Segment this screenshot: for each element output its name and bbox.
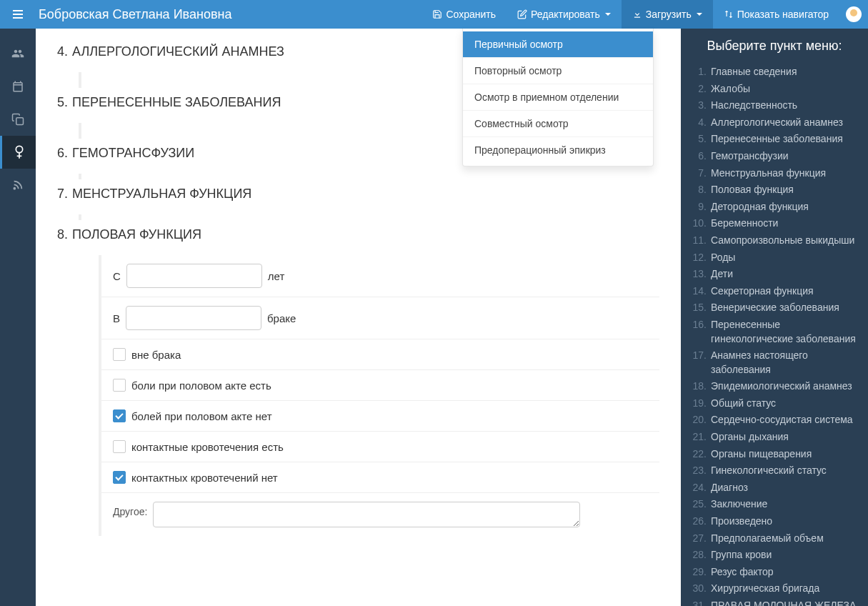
sidebar-gynecology[interactable]	[0, 136, 36, 169]
dropdown-item[interactable]: Предоперационный эпикриз	[463, 137, 653, 163]
calendar-icon	[11, 80, 24, 93]
svg-rect-0	[16, 118, 24, 125]
navigator-item[interactable]: Беременности	[689, 215, 859, 232]
checkbox-pain-no[interactable]	[113, 409, 126, 422]
navigator-item[interactable]: Гинекологический статус	[689, 462, 859, 480]
dropdown-item[interactable]: Первичный осмотр	[463, 31, 653, 58]
menu-toggle[interactable]	[0, 0, 36, 29]
svg-point-4	[14, 188, 15, 189]
section-content-placeholder	[79, 123, 81, 139]
navigator-item[interactable]: Жалобы	[689, 81, 859, 98]
navigator-item[interactable]: Гемотрансфузии	[689, 148, 859, 165]
navigator-item[interactable]: Заключение	[689, 496, 859, 513]
checkbox-row: боли при половом акте есть	[101, 370, 659, 401]
copy-icon	[11, 113, 24, 126]
navigator-item[interactable]: Анамнез настоящего заболевания	[689, 347, 859, 378]
sort-icon	[724, 9, 734, 19]
navigator-button[interactable]: Показать навигатор	[713, 0, 839, 29]
navigator-item[interactable]: Половая функция	[689, 182, 859, 199]
navigator-item[interactable]: Органы дыхания	[689, 429, 859, 446]
age-from-input[interactable]	[126, 264, 262, 288]
hamburger-icon	[13, 10, 23, 19]
navigator-title: Выберите пункт меню:	[689, 39, 859, 54]
navigator-item[interactable]: Предполагаемый объем	[689, 530, 859, 547]
navigator-item[interactable]: Детородная функция	[689, 199, 859, 216]
marriage-row: В браке	[101, 297, 659, 339]
dropdown-item[interactable]: Осмотр в приемном отделении	[463, 84, 653, 111]
navigator-item[interactable]: Перенесенные заболевания	[689, 131, 859, 148]
checkbox-row: контактные кровотечения есть	[101, 432, 659, 462]
load-button[interactable]: Загрузить	[622, 0, 713, 29]
dropdown-item[interactable]: Совместный осмотр	[463, 111, 653, 137]
navigator-item[interactable]: Наследственность	[689, 97, 859, 114]
edit-label: Редактировать	[531, 9, 600, 20]
checkbox-row: вне брака	[101, 339, 659, 370]
navigator-item[interactable]: Сердечно-сосудистая система	[689, 412, 859, 429]
right-navigator: Выберите пункт меню: Главные сведенияЖал…	[681, 29, 868, 606]
caret-down-icon	[697, 13, 702, 16]
patient-name: Бобровская Светлана Ивановна	[36, 7, 231, 22]
navigator-item[interactable]: Резус фактор	[689, 564, 859, 581]
navigator-item[interactable]: Диагноз	[689, 480, 859, 497]
left-sidebar	[0, 29, 36, 606]
navigator-item[interactable]: Общий статус	[689, 395, 859, 412]
navigator-list: Главные сведенияЖалобыНаследственностьАл…	[689, 64, 859, 606]
navigator-label: Показать навигатор	[737, 9, 829, 20]
section-7-header: 7. МЕНСТРУАЛЬНАЯ ФУНКЦИЯ	[57, 187, 659, 202]
form-section-8: С лет В браке вне брака боли при половом…	[99, 255, 659, 536]
edit-icon	[517, 9, 527, 19]
save-button[interactable]: Сохранить	[421, 0, 507, 29]
navigator-item[interactable]: Органы пищеварения	[689, 446, 859, 463]
dropdown-item[interactable]: Повторный осмотр	[463, 58, 653, 84]
section-content-placeholder	[79, 72, 81, 88]
other-textarea[interactable]	[153, 502, 580, 527]
user-avatar[interactable]	[839, 6, 868, 22]
topbar: Бобровская Светлана Ивановна Сохранить Р…	[0, 0, 868, 29]
load-dropdown: Первичный осмотрПовторный осмотрОсмотр в…	[462, 29, 654, 167]
checkbox-pain-yes[interactable]	[113, 379, 126, 392]
navigator-item[interactable]: Самопроизвольные выкидыши	[689, 232, 859, 249]
sidebar-patients[interactable]	[0, 37, 36, 70]
save-label: Сохранить	[446, 9, 496, 20]
section-8-header: 8. ПОЛОВАЯ ФУНКЦИЯ	[57, 227, 659, 242]
navigator-item[interactable]: Венерические заболевания	[689, 299, 859, 317]
navigator-item[interactable]: ПРАВАЯ МОЛОЧНАЯ ЖЕЛЕЗА	[689, 597, 859, 606]
navigator-item[interactable]: Аллергологический анамнез	[689, 114, 859, 131]
sidebar-calendar[interactable]	[0, 70, 36, 103]
users-icon	[11, 47, 24, 60]
navigator-item[interactable]: Роды	[689, 249, 859, 267]
checkbox-bleeding-yes[interactable]	[113, 440, 126, 453]
female-icon	[14, 145, 25, 159]
section-content-placeholder	[79, 214, 81, 220]
section-content-placeholder	[79, 174, 81, 179]
navigator-item[interactable]: Группа крови	[689, 547, 859, 564]
navigator-item[interactable]: Секреторная функция	[689, 283, 859, 300]
age-from-row: С лет	[101, 255, 659, 297]
navigator-item[interactable]: Менструальная функция	[689, 165, 859, 182]
navigator-item[interactable]: Дети	[689, 266, 859, 283]
marriage-input[interactable]	[126, 306, 261, 330]
checkbox-bleeding-no[interactable]	[113, 471, 126, 484]
checkbox-out-of-marriage[interactable]	[113, 348, 126, 361]
save-icon	[432, 9, 442, 19]
checkbox-row: болей при половом акте нет	[101, 401, 659, 432]
edit-button[interactable]: Редактировать	[507, 0, 622, 29]
download-icon	[632, 9, 642, 19]
other-row: Другое:	[101, 493, 659, 536]
checkbox-row: контактных кровотечений нет	[101, 462, 659, 493]
svg-point-1	[16, 146, 22, 152]
navigator-item[interactable]: Эпидемиологический анамнез	[689, 378, 859, 395]
sidebar-copy[interactable]	[0, 103, 36, 136]
load-label: Загрузить	[646, 9, 692, 20]
toolbar: Сохранить Редактировать Загрузить Показа…	[421, 0, 839, 29]
navigator-item[interactable]: Хирургическая бригада	[689, 580, 859, 597]
rss-icon	[12, 179, 24, 191]
navigator-item[interactable]: Произведено	[689, 513, 859, 530]
caret-down-icon	[605, 13, 611, 16]
navigator-item[interactable]: Главные сведения	[689, 64, 859, 81]
navigator-item[interactable]: Перенесенные гинекологические заболевани…	[689, 317, 859, 347]
sidebar-rss[interactable]	[0, 169, 36, 202]
